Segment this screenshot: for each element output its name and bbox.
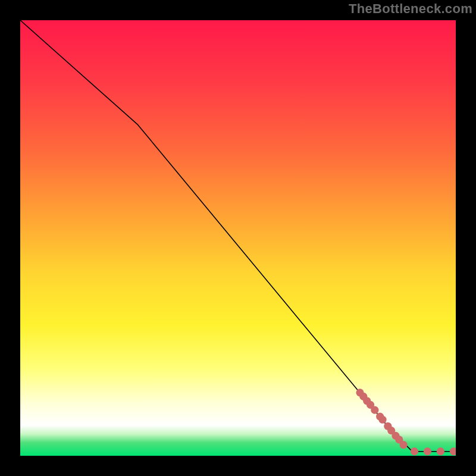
data-point-marker <box>384 422 392 430</box>
watermark-label: TheBottleneck.com <box>349 1 472 17</box>
data-point-marker <box>376 413 384 421</box>
data-point-marker <box>392 432 399 440</box>
data-markers <box>356 389 456 455</box>
data-point-marker <box>367 401 374 409</box>
data-point-marker <box>387 427 395 434</box>
data-point-marker <box>371 406 378 414</box>
bottleneck-curve <box>20 20 456 452</box>
plot-area <box>20 20 456 456</box>
data-point-marker <box>378 416 386 424</box>
chart-overlay-svg <box>20 20 456 456</box>
data-point-marker <box>356 389 364 396</box>
data-point-marker <box>424 447 431 455</box>
data-point-marker <box>400 441 408 449</box>
data-point-marker <box>359 393 367 400</box>
data-point-marker <box>395 436 403 443</box>
data-point-marker <box>411 447 418 455</box>
data-point-marker <box>363 397 371 405</box>
chart-frame: TheBottleneck.com <box>0 0 476 476</box>
data-point-marker <box>437 447 444 455</box>
data-point-marker <box>450 447 456 455</box>
